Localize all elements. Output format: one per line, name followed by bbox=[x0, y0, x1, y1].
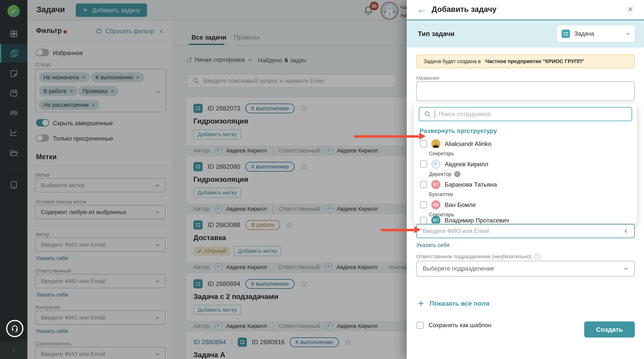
task-name-input[interactable] bbox=[416, 81, 635, 101]
annotation-arrow-employee bbox=[354, 133, 426, 140]
search-icon bbox=[424, 111, 431, 118]
support-headset-button[interactable] bbox=[6, 320, 24, 337]
employee-row[interactable]: ВП Владимир Протасевич bbox=[414, 216, 637, 223]
employee-checkbox[interactable] bbox=[420, 140, 427, 147]
drawer-title: Добавить задачу bbox=[432, 5, 496, 14]
department-label: Ответственное подразделение (необязатель… bbox=[416, 253, 540, 260]
text-caret bbox=[435, 110, 435, 118]
chevron-down-icon bbox=[625, 31, 630, 37]
save-template-checkbox[interactable] bbox=[417, 322, 424, 329]
info-icon[interactable]: i bbox=[454, 171, 460, 177]
plus-icon: + bbox=[418, 299, 424, 308]
drawer-header: ← Добавить задачу × bbox=[407, 0, 644, 20]
modal-backdrop[interactable] bbox=[0, 0, 407, 359]
employee-row[interactable]: Авдеев Кирилл Директорi bbox=[414, 160, 637, 177]
headset-icon bbox=[10, 324, 19, 333]
avatar-initials: БТ bbox=[431, 180, 440, 189]
employee-row[interactable]: Aliaksandr Alinko Секретарь bbox=[414, 139, 637, 157]
task-type-band: Тип задачи Задача bbox=[407, 20, 644, 48]
annotation-arrow-assignee bbox=[380, 226, 421, 233]
name-label: Название bbox=[416, 75, 440, 81]
employee-checkbox[interactable] bbox=[420, 201, 427, 208]
avatar bbox=[431, 160, 440, 169]
task-type-icon bbox=[562, 30, 570, 38]
save-template-row: Сохранить как шаблон bbox=[417, 322, 492, 329]
employee-checkbox[interactable] bbox=[420, 181, 427, 188]
set-self-link[interactable]: Указать себя bbox=[416, 242, 450, 248]
employee-row[interactable]: ВБ Ван Бомле Секретарь bbox=[414, 200, 637, 218]
avatar-initials: ВП bbox=[431, 216, 440, 223]
task-type-label: Тип задачи bbox=[418, 30, 454, 38]
help-icon[interactable]: ? bbox=[534, 253, 540, 260]
avatar bbox=[431, 139, 440, 148]
employee-checkbox[interactable] bbox=[420, 217, 427, 223]
assignee-input[interactable]: Введите ФИО или Email bbox=[416, 224, 635, 238]
show-all-fields-button[interactable]: + Показать все поля bbox=[418, 299, 490, 308]
avatar-initials: ВБ bbox=[431, 200, 440, 209]
create-button[interactable]: Создать bbox=[584, 321, 635, 337]
app-screen: ✓ › Задачи + Добавить за bbox=[0, 0, 644, 359]
chevron-left-icon bbox=[623, 228, 629, 234]
back-icon[interactable]: ← bbox=[417, 4, 427, 15]
chevron-down-icon bbox=[623, 266, 629, 272]
close-icon[interactable]: × bbox=[628, 4, 633, 15]
employee-search-input[interactable]: Поиск сотрудников bbox=[419, 107, 632, 121]
department-select[interactable]: Выберите подразделение bbox=[416, 261, 635, 276]
add-task-drawer: ← Добавить задачу × Тип задачи Задача За… bbox=[407, 0, 644, 359]
expand-org-link[interactable]: Развернуть оргструктуру bbox=[420, 127, 497, 134]
employee-dropdown: Поиск сотрудников Развернуть оргструктур… bbox=[414, 104, 637, 223]
employee-row[interactable]: БТ Баранова Татьяна Бухгалтер bbox=[414, 180, 637, 197]
employee-checkbox[interactable] bbox=[420, 161, 427, 168]
task-type-select[interactable]: Задача bbox=[557, 25, 635, 42]
create-notice-banner: Задача будет создана в Частное предприят… bbox=[416, 55, 635, 68]
